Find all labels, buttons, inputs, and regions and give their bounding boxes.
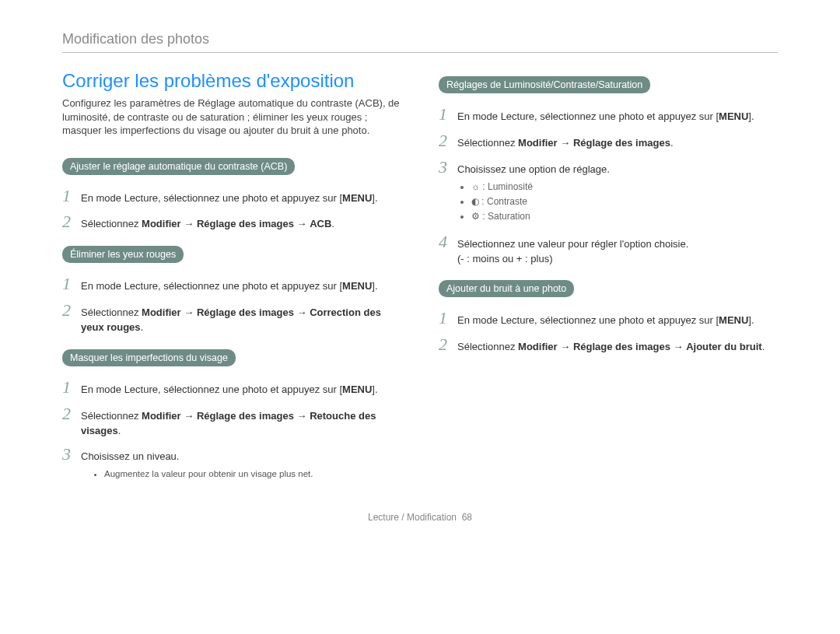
face-step-2: 2 Sélectionnez Modifier → Réglage des im… <box>62 405 401 439</box>
bcs-step-4: 4 Sélectionnez une valeur pour régler l'… <box>439 233 778 267</box>
step-text: Choisissez un niveau. <box>81 450 179 462</box>
footer-section: Lecture / Modification <box>368 512 457 523</box>
step-bold: Modifier <box>518 137 558 149</box>
step-bold: Modifier <box>518 341 558 352</box>
step-number: 2 <box>439 132 457 149</box>
step-bold: Réglage des images <box>573 137 670 149</box>
arrow-icon: → <box>184 218 194 229</box>
step-number: 2 <box>62 405 81 422</box>
step-bold: Réglage des images <box>573 341 670 352</box>
contrast-icon: ◐ <box>471 196 479 207</box>
right-column: Réglages de Luminosité/Contraste/Saturat… <box>439 70 778 492</box>
step-number: 1 <box>62 187 81 205</box>
step-body: Sélectionnez une valeur pour régler l'op… <box>457 237 688 267</box>
arrow-icon: → <box>297 306 307 318</box>
opt-label: : Luminosité <box>480 181 533 192</box>
step-body: Choisissez une option de réglage. ☼ : Lu… <box>457 163 610 226</box>
redeye-step-1: 1 En mode Lecture, sélectionnez une phot… <box>62 275 401 294</box>
step-text: Sélectionnez <box>81 306 142 318</box>
content-columns: Corriger les problèmes d'exposition Conf… <box>62 70 778 492</box>
opt-label: : Saturation <box>480 211 530 222</box>
bcs-step-2: 2 Sélectionnez Modifier → Réglage des im… <box>439 132 778 151</box>
noise-step-2: 2 Sélectionnez Modifier → Réglage des im… <box>439 336 778 355</box>
step-text: En mode Lecture, sélectionnez une photo … <box>457 314 716 326</box>
arrow-icon: → <box>674 341 684 352</box>
step-body: Sélectionnez Modifier → Réglage des imag… <box>457 136 674 151</box>
redeye-heading: Éliminer les yeux rouges <box>62 246 184 263</box>
face-note-list: Augmentez la valeur pour obtenir un visa… <box>104 468 313 481</box>
step-body: En mode Lecture, sélectionnez une photo … <box>81 191 378 206</box>
step-number: 1 <box>62 379 81 396</box>
face-step-3: 3 Choisissez un niveau. Augmentez la val… <box>62 446 401 484</box>
arrow-icon: → <box>184 306 194 318</box>
menu-label: MENU <box>342 280 372 292</box>
step-text: En mode Lecture, sélectionnez une photo … <box>81 192 339 204</box>
bcs-step-3: 3 Choisissez une option de réglage. ☼ : … <box>439 159 778 226</box>
left-column: Corriger les problèmes d'exposition Conf… <box>62 70 401 492</box>
step-body: En mode Lecture, sélectionnez une photo … <box>457 313 754 328</box>
menu-label: MENU <box>342 192 372 204</box>
step-number: 4 <box>439 233 457 250</box>
menu-label: MENU <box>719 110 748 122</box>
arrow-icon: → <box>297 218 307 229</box>
step-body: Sélectionnez Modifier → Réglage des imag… <box>81 217 334 232</box>
acb-heading: Ajuster le réglage automatique du contra… <box>62 158 295 175</box>
step-text: Sélectionnez <box>81 410 142 422</box>
step-bold: ACB <box>310 218 331 229</box>
menu-label: MENU <box>342 384 372 395</box>
page-title: Corriger les problèmes d'exposition <box>62 70 401 92</box>
step-number: 2 <box>439 336 457 353</box>
step-text: En mode Lecture, sélectionnez une photo … <box>457 110 716 122</box>
step-text: Sélectionnez <box>457 137 518 149</box>
page: Modification des photos Corriger les pro… <box>31 0 809 531</box>
step-text: Sélectionnez <box>457 341 518 352</box>
saturation-icon: ⚙ <box>471 211 480 222</box>
step-bold: Ajouter du bruit <box>686 341 762 352</box>
step-number: 2 <box>62 302 81 319</box>
step-text: (- : moins ou + : plus) <box>457 253 552 264</box>
step-bold: Réglage des images <box>197 306 294 318</box>
step-bold: Modifier <box>142 410 181 422</box>
bcs-options: ☼ : Luminosité ◐ : Contraste ⚙ : Saturat… <box>471 180 610 224</box>
step-number: 2 <box>62 213 81 230</box>
breadcrumb: Modification des photos <box>62 31 778 53</box>
step-bold: Réglage des images <box>197 410 294 422</box>
step-text: Sélectionnez <box>81 218 142 229</box>
noise-step-1: 1 En mode Lecture, sélectionnez une phot… <box>439 310 778 328</box>
bcs-opt-saturation: ⚙ : Saturation <box>471 210 610 223</box>
step-body: Choisissez un niveau. Augmentez la valeu… <box>81 450 313 484</box>
brightness-icon: ☼ <box>471 181 480 192</box>
footer-page-number: 68 <box>462 512 472 523</box>
bcs-step-1: 1 En mode Lecture, sélectionnez une phot… <box>439 106 778 124</box>
face-step-1: 1 En mode Lecture, sélectionnez une phot… <box>62 379 401 398</box>
step-body: Sélectionnez Modifier → Réglage des imag… <box>81 409 401 439</box>
step-number: 3 <box>439 159 457 176</box>
intro-text: Configurez les paramètres de Réglage aut… <box>62 96 401 138</box>
bcs-opt-contrast: ◐ : Contraste <box>471 195 610 208</box>
step-bold: Réglage des images <box>197 218 294 229</box>
arrow-icon: → <box>560 341 570 352</box>
step-body: Sélectionnez Modifier → Réglage des imag… <box>81 306 401 335</box>
menu-label: MENU <box>719 314 748 326</box>
step-number: 3 <box>62 446 81 463</box>
redeye-step-2: 2 Sélectionnez Modifier → Réglage des im… <box>62 302 401 335</box>
bcs-heading: Réglages de Luminosité/Contraste/Saturat… <box>439 76 650 93</box>
step-number: 1 <box>62 275 81 292</box>
step-number: 1 <box>439 310 457 327</box>
step-body: En mode Lecture, sélectionnez une photo … <box>81 383 378 398</box>
noise-heading: Ajouter du bruit à une photo <box>439 280 574 297</box>
arrow-icon: → <box>297 410 307 422</box>
step-body: En mode Lecture, sélectionnez une photo … <box>81 279 378 294</box>
step-text: En mode Lecture, sélectionnez une photo … <box>81 280 339 292</box>
step-bold: Modifier <box>142 218 181 229</box>
acb-step-1: 1 En mode Lecture, sélectionnez une phot… <box>62 187 401 206</box>
page-footer: Lecture / Modification 68 <box>62 512 778 523</box>
opt-label: : Contraste <box>479 196 527 207</box>
step-text: En mode Lecture, sélectionnez une photo … <box>81 384 339 395</box>
step-body: Sélectionnez Modifier → Réglage des imag… <box>457 340 765 355</box>
step-bold: Modifier <box>142 306 181 318</box>
face-heading: Masquer les imperfections du visage <box>62 349 236 366</box>
step-number: 1 <box>439 106 457 123</box>
acb-step-2: 2 Sélectionnez Modifier → Réglage des im… <box>62 213 401 232</box>
bcs-opt-brightness: ☼ : Luminosité <box>471 180 610 194</box>
